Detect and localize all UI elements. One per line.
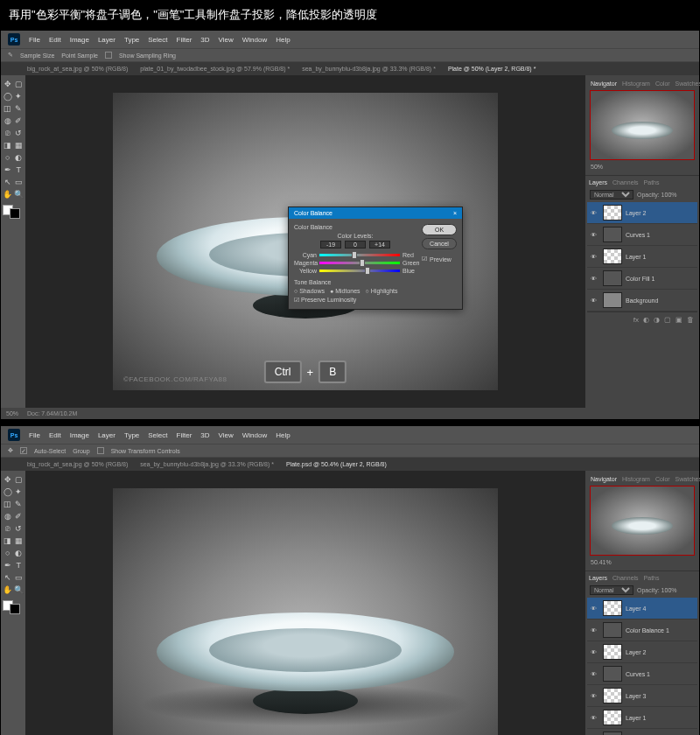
visibility-icon[interactable]: 👁: [591, 210, 599, 216]
tab-histogram[interactable]: Histogram: [622, 476, 650, 482]
zoom-tool[interactable]: 🔍: [14, 189, 24, 200]
gradient-tool[interactable]: ▦: [14, 140, 24, 150]
menu-file[interactable]: File: [29, 431, 40, 439]
menu-help[interactable]: Help: [276, 431, 290, 439]
wand-tool[interactable]: ✦: [14, 486, 24, 497]
transform-checkbox[interactable]: [97, 447, 104, 454]
opt-group[interactable]: Group: [73, 448, 89, 454]
visibility-icon[interactable]: 👁: [591, 232, 599, 238]
heal-tool[interactable]: ◍: [3, 511, 13, 522]
new-layer-icon[interactable]: ▣: [676, 316, 682, 324]
visibility-icon[interactable]: 👁: [591, 715, 599, 721]
menu-help[interactable]: Help: [276, 36, 290, 44]
lasso-tool[interactable]: ◯: [3, 91, 13, 102]
tab-1[interactable]: sea_by_bunnyblu-d3b8ja.jpg @ 33.3% (RGB/…: [140, 461, 274, 467]
menu-select[interactable]: Select: [148, 431, 167, 439]
menu-image[interactable]: Image: [70, 431, 89, 439]
close-icon[interactable]: ×: [453, 210, 457, 216]
visibility-icon[interactable]: 👁: [591, 649, 599, 655]
menu-layer[interactable]: Layer: [98, 36, 116, 44]
menu-view[interactable]: View: [219, 36, 234, 44]
layer-row[interactable]: 👁Curves 1: [587, 663, 697, 685]
tab-layers[interactable]: Layers: [589, 575, 607, 581]
visibility-icon[interactable]: 👁: [591, 606, 599, 612]
menu-view[interactable]: View: [219, 431, 234, 439]
visibility-icon[interactable]: 👁: [591, 298, 599, 304]
folder-icon[interactable]: ▢: [664, 316, 671, 324]
tab-2[interactable]: sea_by_bunnyblu-d3b8ja.jpg @ 33.3% (RGB/…: [302, 66, 436, 72]
opt-point-sample[interactable]: Point Sample: [61, 52, 98, 59]
layer-row[interactable]: 👁Layer 4: [587, 598, 697, 620]
blend-mode-select[interactable]: Normal: [590, 585, 634, 595]
tab-channels[interactable]: Channels: [612, 575, 639, 581]
crop-tool[interactable]: ◫: [3, 499, 13, 509]
color-swatches[interactable]: [3, 600, 20, 614]
menu-3d[interactable]: 3D: [200, 36, 209, 44]
layer-row[interactable]: 👁Layer 1: [587, 707, 697, 729]
marquee-tool[interactable]: ▢: [14, 79, 24, 89]
pen-tool[interactable]: ✒: [3, 560, 13, 570]
menu-window[interactable]: Window: [242, 431, 267, 439]
history-brush-tool[interactable]: ↺: [14, 128, 24, 138]
path-tool[interactable]: ↖: [3, 572, 13, 583]
ok-button[interactable]: OK: [422, 224, 457, 235]
menu-layer[interactable]: Layer: [98, 431, 116, 439]
brush-tool[interactable]: ✐: [14, 116, 24, 126]
menu-type[interactable]: Type: [124, 36, 139, 44]
tab-channels[interactable]: Channels: [612, 179, 639, 186]
color-swatches[interactable]: [3, 205, 20, 219]
layer-row[interactable]: 👁Layer 1: [587, 246, 697, 268]
layer-row[interactable]: 👁Color Fill 1: [587, 268, 697, 290]
tab-1[interactable]: plate_01_by_twodadbee_stock.jpg @ 57.9% …: [140, 66, 290, 72]
path-tool[interactable]: ↖: [3, 177, 13, 187]
heal-tool[interactable]: ◍: [3, 116, 13, 126]
pen-tool[interactable]: ✒: [3, 164, 13, 175]
blur-tool[interactable]: ○: [3, 152, 13, 163]
move-tool[interactable]: ✥: [3, 474, 13, 485]
dialog-titlebar[interactable]: Color Balance ×: [289, 207, 462, 219]
tab-navigator[interactable]: Navigator: [591, 476, 617, 482]
layer-row[interactable]: 👁Background: [587, 290, 697, 312]
move-tool[interactable]: ✥: [3, 79, 13, 89]
menu-type[interactable]: Type: [124, 431, 139, 439]
radio-highlights[interactable]: ○ Highlights: [366, 288, 398, 294]
radio-midtones[interactable]: ● Midtones: [330, 288, 360, 294]
brush-tool[interactable]: ✐: [14, 511, 24, 522]
navigator-thumb[interactable]: [590, 90, 695, 160]
level-cyan-red[interactable]: [320, 241, 341, 248]
lasso-tool[interactable]: ◯: [3, 486, 13, 497]
layer-row[interactable]: 👁Layer 2: [587, 641, 697, 663]
eyedropper-tool[interactable]: ✎: [14, 103, 24, 114]
blur-tool[interactable]: ○: [3, 548, 13, 558]
layer-row[interactable]: 👁Color Fill 1: [587, 729, 697, 735]
visibility-icon[interactable]: 👁: [591, 276, 599, 282]
visibility-icon[interactable]: 👁: [591, 254, 599, 260]
trash-icon[interactable]: 🗑: [687, 316, 694, 324]
tab-0[interactable]: big_rock_at_sea.jpg @ 50% (RGB/8): [27, 66, 128, 72]
layer-row[interactable]: 👁Curves 1: [587, 224, 697, 246]
stamp-tool[interactable]: ⎚: [3, 128, 13, 138]
tab-color[interactable]: Color: [655, 476, 670, 482]
type-tool[interactable]: T: [14, 560, 24, 570]
layer-row[interactable]: 👁Layer 3: [587, 685, 697, 707]
level-yellow-blue[interactable]: [369, 241, 390, 248]
hand-tool[interactable]: ✋: [3, 584, 13, 595]
dodge-tool[interactable]: ◐: [14, 548, 24, 558]
magenta-green-slider[interactable]: [319, 262, 400, 264]
tab-paths[interactable]: Paths: [644, 179, 660, 186]
type-tool[interactable]: T: [14, 164, 24, 175]
menu-edit[interactable]: Edit: [49, 36, 61, 44]
eraser-tool[interactable]: ◨: [3, 140, 13, 150]
mask-icon[interactable]: ◐: [643, 316, 649, 324]
marquee-tool[interactable]: ▢: [14, 474, 24, 485]
cancel-button[interactable]: Cancel: [422, 238, 457, 249]
menu-image[interactable]: Image: [70, 36, 89, 44]
tab-layers[interactable]: Layers: [589, 179, 607, 186]
menu-window[interactable]: Window: [242, 36, 267, 44]
canvas[interactable]: ©FACEBOOK.COM/RAFYA88 Ctrl + B Color Bal…: [25, 75, 585, 408]
gradient-tool[interactable]: ▦: [14, 536, 24, 546]
navigator-thumb[interactable]: [590, 486, 695, 556]
history-brush-tool[interactable]: ↺: [14, 523, 24, 534]
tab-histogram[interactable]: Histogram: [622, 80, 650, 87]
menu-edit[interactable]: Edit: [49, 431, 61, 439]
